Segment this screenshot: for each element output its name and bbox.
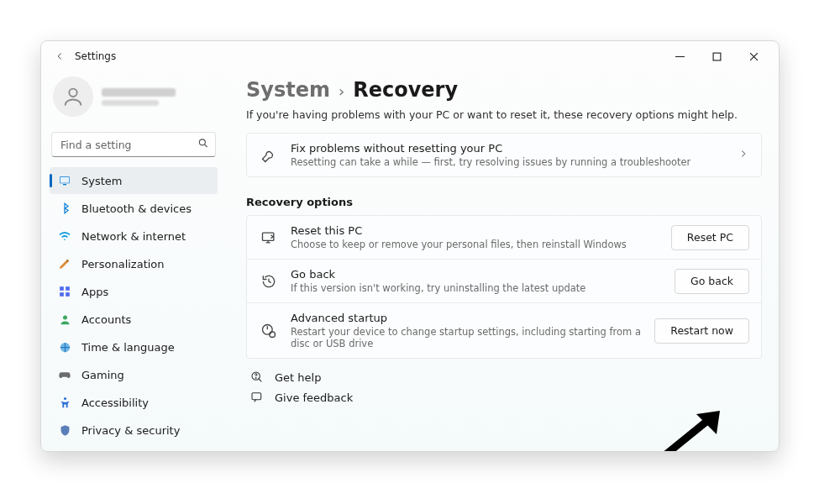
history-icon	[259, 273, 279, 290]
profile-block[interactable]	[50, 71, 218, 129]
svg-rect-13	[263, 233, 274, 240]
globe-clock-icon	[58, 340, 71, 354]
search-input[interactable]	[51, 132, 216, 157]
shield-icon	[58, 423, 71, 437]
reset-icon	[259, 229, 279, 246]
gaming-icon	[58, 368, 71, 381]
paintbrush-icon	[58, 257, 71, 270]
svg-rect-6	[60, 286, 64, 291]
nav-list: System Bluetooth & devices Network & int…	[50, 167, 218, 452]
sidebar-item-label: Apps	[81, 286, 108, 298]
sidebar-item-label: System	[81, 175, 122, 187]
wrench-icon	[259, 147, 279, 164]
go-back-button[interactable]: Go back	[675, 269, 749, 294]
maximize-icon	[712, 52, 722, 61]
sidebar-item-label: Personalization	[81, 258, 165, 270]
chevron-right-icon: ›	[339, 82, 344, 100]
minimize-icon	[675, 52, 685, 61]
bluetooth-icon	[58, 202, 71, 215]
main-content: System › Recovery If you're having probl…	[223, 71, 779, 451]
svg-rect-7	[66, 286, 70, 291]
search-box[interactable]	[51, 132, 216, 157]
sidebar-item-bluetooth[interactable]: Bluetooth & devices	[50, 195, 218, 222]
breadcrumb: System › Recovery	[246, 78, 762, 102]
fix-problems-card[interactable]: Fix problems without resetting your PC R…	[246, 133, 762, 177]
wifi-icon	[58, 229, 71, 243]
sidebar-item-label: Bluetooth & devices	[81, 202, 192, 215]
sidebar-item-time-language[interactable]: Time & language	[50, 333, 218, 360]
svg-point-15	[270, 331, 276, 337]
sidebar-item-label: Time & language	[81, 341, 175, 354]
accounts-icon	[58, 312, 71, 326]
svg-point-17	[255, 378, 256, 379]
sidebar-item-label: Accessibility	[81, 396, 149, 409]
close-icon	[749, 52, 759, 61]
row-desc: Choose to keep or remove your personal f…	[291, 239, 671, 250]
sidebar-item-personalization[interactable]: Personalization	[50, 250, 218, 277]
svg-rect-4	[60, 177, 70, 183]
sidebar-item-accessibility[interactable]: Accessibility	[50, 389, 218, 416]
row-advanced-startup: Advanced startup Restart your device to …	[247, 302, 761, 358]
card-title: Fix problems without resetting your PC	[291, 142, 738, 155]
page-intro: If you're having problems with your PC o…	[246, 108, 762, 121]
feedback-icon	[249, 391, 265, 404]
link-label: Get help	[275, 371, 321, 384]
settings-window: Settings	[40, 40, 780, 452]
sidebar-item-label: Windows Update	[81, 452, 173, 453]
restart-now-button[interactable]: Restart now	[654, 318, 749, 344]
sidebar-item-label: Gaming	[81, 369, 124, 381]
maximize-button[interactable]	[698, 43, 735, 70]
get-help-link[interactable]: Get help	[246, 370, 762, 384]
app-title: Settings	[75, 50, 116, 62]
reset-pc-button[interactable]: Reset PC	[671, 225, 749, 250]
breadcrumb-current: Recovery	[353, 78, 458, 102]
recovery-options-group: Reset this PC Choose to keep or remove y…	[246, 215, 762, 359]
minimize-button[interactable]	[661, 43, 698, 70]
system-icon	[58, 174, 71, 187]
row-title: Advanced startup	[291, 312, 654, 324]
svg-point-2	[199, 139, 205, 145]
close-button[interactable]	[735, 43, 772, 70]
sidebar-item-windows-update[interactable]: Windows Update	[50, 444, 218, 452]
section-heading: Recovery options	[246, 196, 762, 208]
card-desc: Resetting can take a while — first, try …	[291, 156, 738, 168]
footer-links: Get help Give feedback	[246, 370, 762, 404]
back-button[interactable]	[48, 45, 71, 68]
row-desc: Restart your device to change startup se…	[291, 326, 654, 349]
person-icon	[61, 85, 85, 108]
svg-rect-0	[713, 53, 721, 60]
row-title: Go back	[291, 268, 675, 281]
search-icon	[197, 137, 209, 153]
breadcrumb-parent[interactable]: System	[246, 78, 330, 102]
sidebar: System Bluetooth & devices Network & int…	[41, 71, 223, 451]
sidebar-item-label: Network & internet	[81, 230, 186, 243]
help-icon	[249, 370, 265, 384]
sidebar-item-label: Privacy & security	[81, 424, 180, 437]
give-feedback-link[interactable]: Give feedback	[246, 391, 762, 404]
accessibility-icon	[58, 396, 71, 409]
profile-text	[102, 88, 176, 106]
sidebar-item-network[interactable]: Network & internet	[50, 223, 218, 249]
sidebar-item-label: Accounts	[81, 313, 131, 326]
power-gear-icon	[259, 323, 279, 339]
sidebar-item-privacy[interactable]: Privacy & security	[50, 417, 218, 444]
row-go-back: Go back If this version isn't working, t…	[247, 259, 761, 302]
svg-point-12	[63, 396, 66, 399]
svg-rect-5	[63, 184, 66, 185]
link-label: Give feedback	[275, 391, 353, 404]
avatar	[53, 76, 93, 117]
svg-rect-9	[66, 292, 70, 297]
sidebar-item-system[interactable]: System	[50, 167, 218, 194]
sidebar-item-gaming[interactable]: Gaming	[50, 361, 218, 388]
chevron-right-icon	[738, 147, 749, 163]
window-controls	[661, 43, 772, 70]
row-title: Reset this PC	[291, 224, 671, 237]
titlebar: Settings	[41, 41, 779, 71]
sidebar-item-accounts[interactable]: Accounts	[50, 306, 218, 333]
row-reset-pc: Reset this PC Choose to keep or remove y…	[247, 216, 761, 259]
sidebar-item-apps[interactable]: Apps	[50, 278, 218, 305]
svg-rect-18	[252, 393, 261, 400]
arrow-left-icon	[54, 50, 66, 62]
svg-point-1	[69, 89, 76, 97]
svg-rect-8	[60, 292, 64, 297]
